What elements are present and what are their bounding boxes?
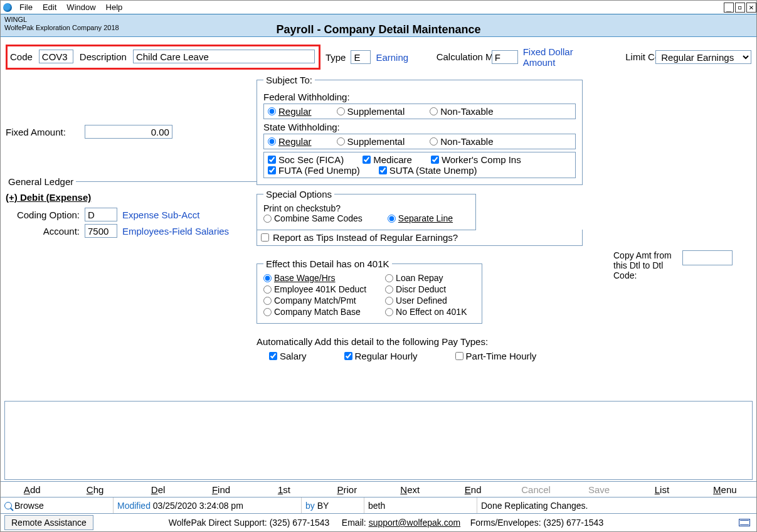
- coding-option-input[interactable]: [85, 208, 117, 221]
- auto-add-paytypes: Automatically Add this detail to the fol…: [257, 336, 751, 361]
- medicare-check[interactable]: Medicare: [363, 154, 412, 165]
- search-icon: [4, 502, 12, 509]
- page-title: Payroll - Company Detail Maintenance: [1, 23, 756, 36]
- user-name: beth: [368, 501, 385, 511]
- del-button[interactable]: Del: [127, 484, 189, 495]
- type-link[interactable]: Earning: [376, 52, 408, 63]
- type-label: Type: [326, 52, 346, 63]
- cancel-button[interactable]: Cancel: [504, 484, 567, 495]
- combine-codes-radio[interactable]: Combine Same Codes: [263, 213, 363, 223]
- paytype-salary-check[interactable]: Salary: [269, 351, 307, 361]
- save-button[interactable]: Save: [568, 484, 630, 495]
- description-label: Description: [80, 51, 127, 62]
- k401-company-match-radio[interactable]: Company Match/Pmt: [263, 295, 366, 306]
- account-input[interactable]: [85, 224, 117, 238]
- maximize-button[interactable]: ▫: [735, 3, 745, 13]
- state-regular-radio[interactable]: Regular: [268, 136, 312, 147]
- remote-assistance-button[interactable]: Remote Assistance: [4, 515, 93, 530]
- federal-regular-radio[interactable]: Regular: [268, 106, 312, 117]
- workers-comp-check[interactable]: Worker's Comp Ins: [431, 154, 521, 165]
- description-input[interactable]: [133, 50, 315, 63]
- fixed-amount-row: Fixed Amount:: [6, 125, 257, 139]
- app-icon: [3, 3, 12, 12]
- status-bar: Browse Modified 03/25/2020 3:24:08 pm by…: [1, 497, 756, 514]
- paytype-regular-hourly-check[interactable]: Regular Hourly: [344, 351, 418, 361]
- menu-edit[interactable]: Edit: [38, 3, 61, 12]
- socsec-check[interactable]: Soc Sec (FICA): [268, 154, 344, 165]
- k401-base-wage-radio[interactable]: Base Wage/Hrs: [263, 273, 366, 283]
- menu-button[interactable]: Menu: [694, 484, 756, 495]
- menu-window[interactable]: Window: [61, 3, 100, 12]
- account-link[interactable]: Employees-Field Salaries: [122, 226, 229, 237]
- paytype-parttime-hourly-check[interactable]: Part-Time Hourly: [455, 351, 537, 361]
- federal-title: Federal Withholding:: [263, 92, 576, 102]
- keyboard-icon[interactable]: [739, 519, 750, 526]
- code-input[interactable]: [39, 50, 73, 63]
- menu-bar: File Edit Window Help _ ▫ ×: [1, 1, 756, 14]
- federal-supplemental-radio[interactable]: Supplemental: [337, 106, 405, 117]
- type-input[interactable]: [351, 50, 371, 64]
- close-button[interactable]: ×: [746, 3, 756, 13]
- k401-employee-deduct-radio[interactable]: Employee 401K Deduct: [263, 284, 366, 294]
- state-nontaxable-radio[interactable]: Non-Taxable: [430, 136, 493, 147]
- state-supplemental-radio[interactable]: Supplemental: [337, 136, 405, 147]
- window-controls: _ ▫ ×: [723, 3, 756, 13]
- separate-line-radio[interactable]: Separate Line: [388, 213, 453, 223]
- menu-file[interactable]: File: [14, 3, 38, 12]
- add-button[interactable]: Add: [1, 484, 63, 495]
- support-text: WolfePak Direct Support: (325) 677-1543 …: [169, 518, 603, 528]
- next-button[interactable]: Next: [379, 484, 442, 495]
- k401-discr-deduct-radio[interactable]: Discr Deduct: [385, 284, 467, 294]
- limit-code-select[interactable]: Regular Earnings: [655, 50, 751, 64]
- support-email-link[interactable]: support@wolfepak.com: [369, 518, 461, 528]
- k401-company-match-base-radio[interactable]: Company Match Base: [263, 307, 366, 317]
- k401-legend: Effect this Detail has on 401K: [263, 258, 392, 269]
- checkstub-label: Print on checkstub?: [263, 203, 469, 213]
- k401-loan-repay-radio[interactable]: Loan Repay: [385, 273, 467, 283]
- fixed-amount-input[interactable]: [85, 125, 172, 139]
- federal-nontaxable-radio[interactable]: Non-Taxable: [430, 106, 493, 117]
- k401-no-effect-radio[interactable]: No Effect on 401K: [385, 307, 467, 317]
- calc-method-link[interactable]: Fixed Dollar Amount: [523, 46, 604, 68]
- limit-code-label: Limit Code: [625, 52, 650, 62]
- header-row: Code Description Type Earning Calculatio…: [1, 37, 756, 75]
- menu-help[interactable]: Help: [101, 3, 128, 12]
- special-options: Special Options Print on checkstub? Comb…: [257, 189, 751, 246]
- minimize-button[interactable]: _: [724, 3, 734, 13]
- record-toolbar: Add Chg Del Find 1st Prior Next End Canc…: [1, 481, 756, 497]
- first-button[interactable]: 1st: [253, 484, 315, 495]
- state-withholding-group: State Withholding: Regular Supplemental …: [263, 122, 576, 149]
- suta-check[interactable]: SUTA (State Unemp): [379, 165, 477, 176]
- by-value: BY: [317, 501, 329, 511]
- find-button[interactable]: Find: [189, 484, 252, 495]
- chg-button[interactable]: Chg: [63, 484, 126, 495]
- code-label: Code: [10, 51, 33, 62]
- calc-method-input[interactable]: [492, 50, 518, 64]
- copy-amount-label: Copy Amt from this Dtl to Dtl Code:: [613, 250, 676, 280]
- copy-amount-box: Copy Amt from this Dtl to Dtl Code:: [613, 250, 733, 280]
- coding-option-link[interactable]: Expense Sub-Acct: [122, 210, 199, 220]
- modified-date: 03/25/2020 3:24:08 pm: [153, 501, 243, 511]
- report-as-tips-check[interactable]: Report as Tips Instead of Regular Earnin…: [261, 232, 578, 243]
- end-button[interactable]: End: [442, 484, 504, 495]
- left-column: Fixed Amount: General Ledger (+) Debit (…: [6, 75, 257, 361]
- gl-legend: General Ledger: [6, 176, 76, 187]
- by-label: by: [305, 501, 315, 511]
- prior-button[interactable]: Prior: [315, 484, 378, 495]
- coding-option-label: Coding Option:: [6, 210, 80, 220]
- main-area: Fixed Amount: General Ledger (+) Debit (…: [1, 75, 756, 361]
- general-ledger: General Ledger (+) Debit (Expense) Codin…: [6, 176, 257, 247]
- debit-heading: (+) Debit (Expense): [6, 192, 257, 203]
- k401-user-defined-radio[interactable]: User Defined: [385, 295, 467, 306]
- paytypes-label: Automatically Add this detail to the fol…: [257, 336, 751, 347]
- list-button[interactable]: List: [630, 484, 693, 495]
- footer-bar: Remote Assistance WolfePak Direct Suppor…: [1, 514, 756, 531]
- browse-label: Browse: [14, 501, 44, 511]
- copy-amount-input[interactable]: [682, 250, 733, 265]
- futa-check[interactable]: FUTA (Fed Unemp): [268, 165, 360, 176]
- account-label: Account:: [6, 226, 80, 237]
- title-strip: WINGL WolfePak Exploration Company 2018 …: [1, 14, 756, 37]
- special-legend: Special Options: [263, 189, 334, 200]
- state-title: State Withholding:: [263, 122, 576, 132]
- fixed-amount-label: Fixed Amount:: [6, 127, 66, 137]
